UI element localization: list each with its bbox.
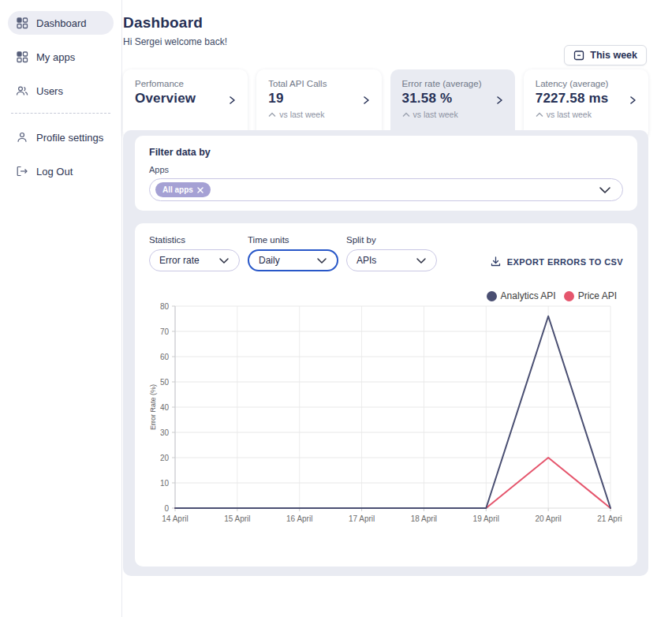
svg-text:18 April: 18 April [411,514,437,523]
legend-item-analytics-api[interactable]: Analytics API [487,290,556,301]
sidebar-item-users[interactable]: Users [8,79,114,103]
legend-dot [487,291,497,301]
filter-panel: Filter data by Apps All apps [135,136,637,211]
sidebar-item-my-apps[interactable]: My apps [8,45,114,69]
card-note: vs last week [536,110,622,119]
chart-area: 14 April15 April16 April17 April18 April… [149,303,623,530]
card-label: Total API Calls [268,79,354,88]
chart-panel: Statistics Error rate Time units Daily [135,223,637,567]
split-by-control: Split by APIs [346,235,437,271]
svg-text:80: 80 [160,303,170,311]
chip-label: All apps [162,185,193,194]
trend-up-icon [268,112,276,118]
chevron-down-icon [599,186,611,194]
download-icon [490,256,502,267]
svg-text:17 April: 17 April [349,514,375,523]
tab-latency[interactable]: Latency (average) 7227.58 ms vs last wee… [524,69,648,139]
chevron-down-icon [218,257,230,264]
export-label: EXPORT ERRORS TO CSV [507,257,623,267]
page-title: Dashboard [123,0,672,32]
main-content: Dashboard Hi Sergei welcome back! This w… [123,0,672,617]
split-by-value: APIs [357,255,376,266]
card-value: 31.58 % [402,91,488,107]
calendar-icon [573,50,584,61]
card-note: vs last week [402,110,488,119]
sidebar-item-dashboard[interactable]: Dashboard [8,11,114,35]
card-value: 7227.58 ms [536,91,622,107]
chevron-right-icon [226,95,237,106]
statistics-value: Error rate [159,255,200,266]
card-value: 19 [268,91,354,107]
error-rate-line-chart: 14 April15 April16 April17 April18 April… [149,303,622,527]
sidebar-item-label: Dashboard [36,17,87,29]
sidebar-item-profile-settings[interactable]: Profile settings [8,125,114,149]
svg-text:60: 60 [160,353,170,361]
period-selector-label: This week [590,50,637,61]
svg-text:16 April: 16 April [286,514,312,523]
svg-text:50: 50 [160,378,170,387]
svg-text:20: 20 [160,454,170,462]
svg-text:30: 30 [160,428,170,437]
card-label: Latency (average) [536,79,622,88]
all-apps-chip[interactable]: All apps [155,182,211,197]
users-icon [16,84,28,97]
filter-title: Filter data by [149,147,623,158]
tab-total-api-calls[interactable]: Total API Calls 19 vs last week [256,69,381,139]
chart-controls: Statistics Error rate Time units Daily [149,235,623,271]
trend-up-icon [536,112,543,118]
chevron-down-icon [416,257,427,264]
apps-label: Apps [149,165,623,174]
period-selector-button[interactable]: This week [564,45,647,65]
export-errors-csv-button[interactable]: EXPORT ERRORS TO CSV [490,256,623,267]
grid-icon [16,50,28,63]
svg-text:10: 10 [160,479,170,488]
chevron-right-icon [627,95,638,106]
sidebar-item-label: Profile settings [36,132,103,144]
time-units-value: Daily [259,255,280,266]
sidebar-item-log-out[interactable]: Log Out [8,159,114,183]
svg-text:Error Rate (%): Error Rate (%) [149,384,157,430]
trend-up-icon [402,112,410,118]
card-note: vs last week [268,110,354,119]
chevron-down-icon [316,257,327,264]
sidebar: Dashboard My apps Users Profile settings… [0,0,122,617]
chevron-right-icon [360,95,371,106]
apps-multiselect[interactable]: All apps [149,178,623,201]
chart-legend: Analytics API Price API [149,290,617,301]
svg-text:40: 40 [160,403,170,412]
statistics-select[interactable]: Error rate [149,249,240,271]
split-by-label: Split by [346,235,437,245]
time-units-select[interactable]: Daily [248,249,338,271]
card-value: Overview [135,91,221,107]
user-icon [16,131,28,144]
stat-tabs: Perfomance Overview Total API Calls 19 v… [123,69,648,130]
time-units-control: Time units Daily [248,235,338,271]
legend-dot [564,291,574,301]
split-by-select[interactable]: APIs [346,249,437,271]
tab-performance-overview[interactable]: Perfomance Overview [123,69,248,139]
chevron-right-icon [494,95,505,106]
svg-text:20 April: 20 April [535,514,561,523]
svg-text:15 April: 15 April [224,514,250,523]
tab-error-rate[interactable]: Error rate (average) 31.58 % vs last wee… [390,69,515,139]
sidebar-item-label: Users [36,85,63,97]
close-icon[interactable] [197,187,203,193]
svg-text:19 April: 19 April [473,514,499,523]
card-label: Perfomance [135,79,221,88]
svg-text:0: 0 [164,504,169,513]
statistics-label: Statistics [149,235,240,245]
logout-icon [16,165,28,178]
svg-text:14 April: 14 April [162,514,188,523]
time-units-label: Time units [248,235,338,245]
sidebar-divider [11,113,110,114]
sidebar-item-label: Log Out [36,166,73,178]
grid-icon [16,17,28,29]
sidebar-item-label: My apps [36,51,75,63]
svg-text:70: 70 [160,327,170,336]
legend-item-price-api[interactable]: Price API [564,290,617,301]
content-shell: Filter data by Apps All apps Statistics [123,130,648,576]
svg-text:21 April: 21 April [597,514,622,523]
statistics-control: Statistics Error rate [149,235,240,271]
card-label: Error rate (average) [402,79,488,88]
